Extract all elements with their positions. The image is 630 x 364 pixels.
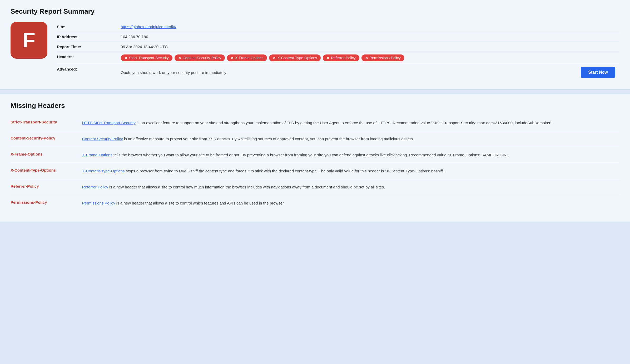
missing-header-row: Permissions-Policy Permissions Policy is… [11, 195, 619, 211]
grade-letter: F [23, 30, 36, 51]
grade-badge: F [11, 22, 47, 59]
missing-header-row: X-Content-Type-Options X-Content-Type-Op… [11, 163, 619, 179]
advanced-text: Ouch, you should work on your security p… [121, 70, 227, 75]
x-icon: ✕ [178, 56, 181, 60]
missing-title: Missing Headers [11, 102, 619, 110]
missing-header-desc: X-Frame-Options tells the browser whethe… [82, 147, 619, 163]
header-tag-label: Referrer-Policy [331, 56, 355, 60]
info-table: Site: https://globex.turnipjuice.media/ … [57, 22, 619, 81]
ip-label: IP Address: [57, 32, 121, 42]
summary-content: F Site: https://globex.turnipjuice.media… [11, 22, 619, 81]
missing-header-link[interactable]: X-Frame-Options [82, 153, 112, 157]
missing-header-link[interactable]: Content Security Policy [82, 137, 123, 141]
start-now-button[interactable]: Start Now [581, 67, 615, 78]
header-tag: ✕Referrer-Policy [323, 54, 359, 61]
missing-headers-table: Strict-Transport-Security HTTP Strict Tr… [11, 115, 619, 211]
header-tag: ✕X-Content-Type-Options [269, 54, 321, 61]
missing-header-name: Referrer-Policy [11, 179, 82, 195]
header-tags-container: ✕Strict-Transport-Security✕Content-Secur… [121, 54, 615, 61]
header-tag: ✕Permissions-Policy [361, 54, 404, 61]
ip-row: IP Address: 104.236.70.190 [57, 32, 619, 42]
header-tag-label: Strict-Transport-Security [129, 56, 169, 60]
x-icon: ✕ [273, 56, 276, 60]
report-time-label: Report Time: [57, 42, 121, 52]
missing-header-desc: Content Security Policy is an effective … [82, 131, 619, 147]
advanced-label: Advanced: [57, 64, 121, 81]
missing-header-desc: HTTP Strict Transport Security is an exc… [82, 115, 619, 131]
missing-header-link[interactable]: HTTP Strict Transport Security [82, 121, 136, 125]
section-gap [0, 89, 630, 94]
site-link[interactable]: https://globex.turnipjuice.media/ [121, 24, 176, 29]
header-tag-label: X-Frame-Options [235, 56, 263, 60]
site-label: Site: [57, 22, 121, 32]
missing-header-link[interactable]: Permissions Policy [82, 201, 115, 205]
missing-header-name: Content-Security-Policy [11, 131, 82, 147]
missing-header-name: Permissions-Policy [11, 195, 82, 211]
x-icon: ✕ [326, 56, 329, 60]
header-tag: ✕Strict-Transport-Security [121, 54, 172, 61]
missing-header-row: X-Frame-Options X-Frame-Options tells th… [11, 147, 619, 163]
advanced-row: Advanced: Ouch, you should work on your … [57, 64, 619, 81]
missing-header-link[interactable]: X-Content-Type-Options [82, 169, 125, 173]
x-icon: ✕ [365, 56, 368, 60]
header-tag: ✕X-Frame-Options [227, 54, 267, 61]
report-time-value: 09 Apr 2024 18:44:20 UTC [121, 42, 619, 52]
headers-row: Headers: ✕Strict-Transport-Security✕Cont… [57, 52, 619, 64]
x-icon: ✕ [125, 56, 127, 60]
missing-section: Missing Headers Strict-Transport-Securit… [0, 94, 630, 222]
missing-header-name: X-Content-Type-Options [11, 163, 82, 179]
missing-header-name: Strict-Transport-Security [11, 115, 82, 131]
site-value: https://globex.turnipjuice.media/ [121, 22, 619, 32]
header-tag-label: Content-Security-Policy [183, 56, 221, 60]
headers-tags-cell: ✕Strict-Transport-Security✕Content-Secur… [121, 52, 619, 64]
advanced-cell: Ouch, you should work on your security p… [121, 64, 619, 81]
missing-header-desc: X-Content-Type-Options stops a browser f… [82, 163, 619, 179]
missing-header-row: Strict-Transport-Security HTTP Strict Tr… [11, 115, 619, 131]
header-tag-label: Permissions-Policy [370, 56, 401, 60]
missing-header-desc: Referrer Policy is a new header that all… [82, 179, 619, 195]
headers-label: Headers: [57, 52, 121, 64]
ip-value: 104.236.70.190 [121, 32, 619, 42]
x-icon: ✕ [231, 56, 234, 60]
missing-header-desc: Permissions Policy is a new header that … [82, 195, 619, 211]
missing-header-link[interactable]: Referrer Policy [82, 185, 108, 189]
missing-header-row: Referrer-Policy Referrer Policy is a new… [11, 179, 619, 195]
missing-header-row: Content-Security-Policy Content Security… [11, 131, 619, 147]
header-tag: ✕Content-Security-Policy [175, 54, 225, 61]
report-time-row: Report Time: 09 Apr 2024 18:44:20 UTC [57, 42, 619, 52]
missing-header-name: X-Frame-Options [11, 147, 82, 163]
site-row: Site: https://globex.turnipjuice.media/ [57, 22, 619, 32]
advanced-row-content: Ouch, you should work on your security p… [121, 67, 615, 78]
summary-title: Security Report Summary [11, 7, 619, 16]
header-tag-label: X-Content-Type-Options [277, 56, 317, 60]
summary-section: Security Report Summary F Site: https://… [0, 0, 630, 89]
